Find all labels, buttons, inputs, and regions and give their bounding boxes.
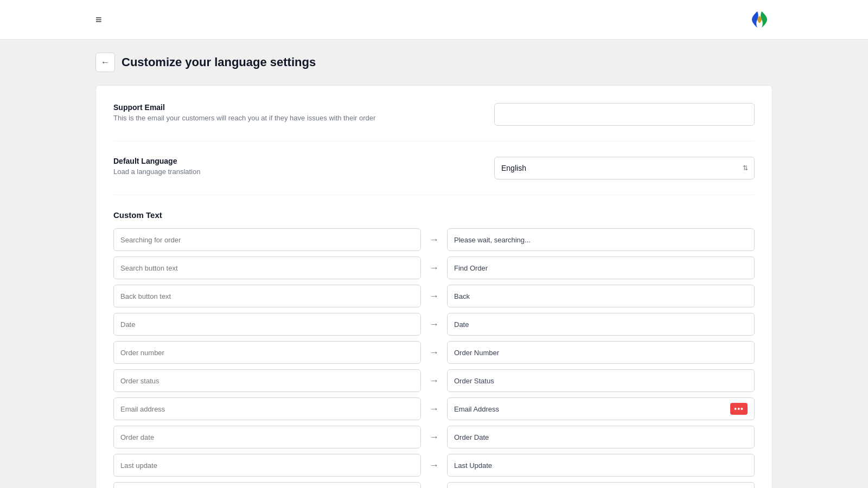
translation-row: →Order Status: [113, 369, 755, 392]
page-title: Customize your language settings: [122, 55, 316, 69]
translation-row: →Status: [113, 482, 755, 488]
support-email-label: Support Email: [113, 103, 481, 112]
translation-source-input[interactable]: [113, 285, 421, 307]
logo-svg: [750, 8, 773, 31]
translation-output-text: Please wait, searching...: [454, 236, 531, 244]
support-email-description: This is the email your customers will re…: [113, 114, 481, 122]
translation-row: →Back: [113, 285, 755, 307]
default-language-label: Default Language: [113, 157, 481, 165]
translation-output-text: Find Order: [454, 264, 488, 272]
translation-row: →Email Address•••: [113, 397, 755, 420]
arrow-icon: →: [427, 460, 441, 471]
arrow-icon: →: [427, 432, 441, 443]
translation-output-text: Date: [454, 320, 469, 329]
hamburger-icon[interactable]: ≡: [95, 14, 102, 26]
support-email-row: Support Email This is the email your cus…: [113, 103, 755, 142]
arrow-icon: →: [427, 347, 441, 358]
translation-output: Order Number: [447, 341, 755, 364]
language-select-wrapper: English Spanish French German Portuguese: [494, 157, 755, 179]
arrow-icon: →: [427, 234, 441, 246]
translation-row: →Find Order: [113, 256, 755, 279]
default-language-row: Default Language Load a language transla…: [113, 157, 755, 195]
translation-output: Order Status: [447, 369, 755, 392]
default-language-description: Load a language translation: [113, 168, 481, 176]
translation-output: Order Date: [447, 426, 755, 448]
translation-source-input[interactable]: [113, 426, 421, 448]
translation-row: →Order Number: [113, 341, 755, 364]
arrow-icon: →: [427, 319, 441, 330]
support-email-input[interactable]: [494, 103, 755, 126]
translation-source-input[interactable]: [113, 454, 421, 477]
arrow-icon: →: [427, 403, 441, 415]
translation-output-text: Order Status: [454, 377, 494, 385]
translation-rows: →Please wait, searching...→Find Order→Ba…: [113, 228, 755, 488]
translation-output: Back: [447, 285, 755, 307]
custom-text-section: Custom Text →Please wait, searching...→F…: [113, 210, 755, 488]
navbar: ≡: [0, 0, 868, 40]
translation-row: →Order Date: [113, 426, 755, 448]
translation-output-text: Order Date: [454, 433, 489, 441]
translation-output: Email Address•••: [447, 397, 755, 420]
support-email-label-col: Support Email This is the email your cus…: [113, 103, 481, 122]
translation-output: Find Order: [447, 256, 755, 279]
translation-source-input[interactable]: [113, 256, 421, 279]
language-select[interactable]: English Spanish French German Portuguese: [494, 157, 755, 179]
page-header: ← Customize your language settings: [95, 53, 773, 72]
more-options-button[interactable]: •••: [730, 403, 748, 415]
arrow-icon: →: [427, 291, 441, 302]
page-wrapper: ← Customize your language settings Suppo…: [87, 40, 781, 488]
translation-output: Please wait, searching...: [447, 228, 755, 251]
translation-output: Date: [447, 313, 755, 336]
arrow-icon: →: [427, 262, 441, 274]
back-button[interactable]: ←: [95, 53, 115, 72]
translation-output: Status: [447, 482, 755, 488]
arrow-icon: →: [427, 375, 441, 387]
translation-output: Last Update: [447, 454, 755, 477]
custom-text-title: Custom Text: [113, 210, 755, 220]
translation-row: →Date: [113, 313, 755, 336]
translation-output-text: Order Number: [454, 349, 499, 357]
translation-source-input[interactable]: [113, 228, 421, 251]
translation-source-input[interactable]: [113, 313, 421, 336]
content-card: Support Email This is the email your cus…: [95, 85, 773, 488]
translation-output-text: Back: [454, 292, 470, 300]
translation-output-text: Last Update: [454, 461, 492, 470]
translation-row: →Please wait, searching...: [113, 228, 755, 251]
default-language-label-col: Default Language Load a language transla…: [113, 157, 481, 176]
default-language-input-col: English Spanish French German Portuguese: [494, 157, 755, 179]
translation-source-input[interactable]: [113, 482, 421, 488]
translation-row: →Last Update: [113, 454, 755, 477]
translation-source-input[interactable]: [113, 341, 421, 364]
support-email-input-col: [494, 103, 755, 126]
translation-output-text: Email Address: [454, 405, 499, 413]
translation-source-input[interactable]: [113, 369, 421, 392]
translation-source-input[interactable]: [113, 397, 421, 420]
logo: [750, 8, 773, 31]
